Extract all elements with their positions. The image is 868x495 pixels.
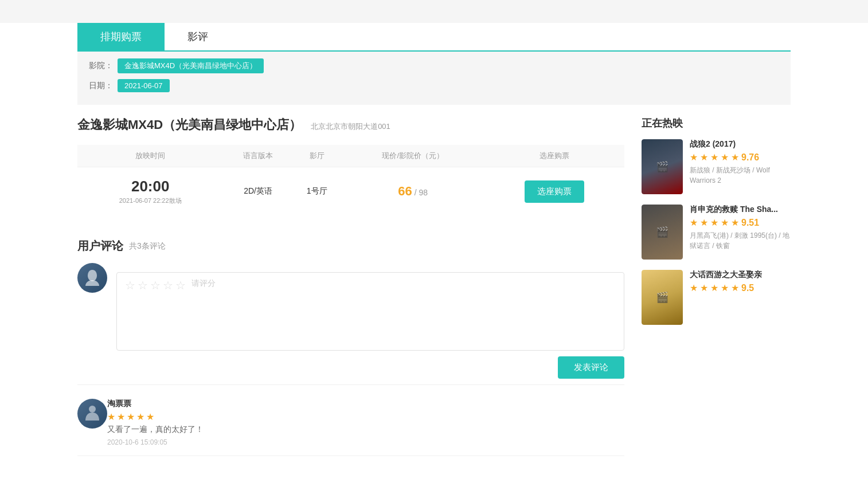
reviewer-avatar-0 xyxy=(77,399,107,429)
cinema-filter-label: 影院： xyxy=(89,61,118,71)
movie-name-0: 战狼2 (2017) xyxy=(690,139,791,150)
hot-movie-item-1: 🎬 肖申克的救赎 The Sha... ★ ★ ★ ★ ★ 9.51 月黑高飞(… xyxy=(642,205,791,260)
movie-poster-2: 🎬 xyxy=(642,270,683,325)
cinema-filter-row: 影院： 金逸影城MX4D（光美南昌绿地中心店） xyxy=(89,58,779,73)
right-section: 正在热映 🎬 战狼2 (2017) ★ ★ ★ ★ ★ 9. xyxy=(642,116,791,456)
hot-movies-title: 正在热映 xyxy=(642,116,791,130)
movie-stars-0: ★ ★ ★ ★ ★ 9.76 xyxy=(690,152,791,163)
cell-buy: 选座购票 xyxy=(485,167,624,216)
left-section: 金逸影城MX4D（光美南昌绿地中心店） 北京北京市朝阳大道001 放映时间 语言… xyxy=(77,116,624,456)
star-2[interactable]: ☆ xyxy=(138,278,148,292)
main-content: 金逸影城MX4D（光美南昌绿地中心店） 北京北京市朝阳大道001 放映时间 语言… xyxy=(77,116,791,456)
star-f-4: ★ xyxy=(136,411,144,422)
movie-aka-1: 月黑高飞(港) / 刺激 1995(台) / 地狱诺言 / 铁窗 xyxy=(690,230,791,251)
schedule-tbody: 20:00 2021-06-07 22:22散场 2D/英语 1号厅 66 / … xyxy=(77,167,624,216)
price-current: 66 xyxy=(398,184,412,198)
movie-score-2: 9.5 xyxy=(741,283,754,293)
hot-movie-item-2: 🎬 大话西游之大圣娶亲 ★ ★ ★ ★ ★ 9.5 xyxy=(642,270,791,325)
reviews-heading: 用户评论 xyxy=(77,238,123,254)
svg-point-0 xyxy=(89,406,96,412)
star-3[interactable]: ☆ xyxy=(150,278,161,292)
table-row: 20:00 2021-06-07 22:22散场 2D/英语 1号厅 66 / … xyxy=(77,167,624,216)
buy-seat-button[interactable]: 选座购票 xyxy=(525,180,584,203)
star-1[interactable]: ☆ xyxy=(125,278,135,292)
movie-score-1: 9.51 xyxy=(741,218,759,228)
schedule-table: 放映时间 语言版本 影厅 现价/影院价（元） 选座购票 20:00 2021-0… xyxy=(77,145,624,215)
poster-img-1: 🎬 xyxy=(642,205,683,260)
col-buy: 选座购票 xyxy=(485,145,624,167)
current-user-avatar xyxy=(77,263,107,293)
reviewer-icon-0 xyxy=(83,404,101,423)
star-f-3: ★ xyxy=(127,411,135,422)
reviewer-stars-0: ★ ★ ★ ★ ★ xyxy=(107,411,624,422)
movie-info-1: 肖申克的救赎 The Sha... ★ ★ ★ ★ ★ 9.51 月黑高飞(港)… xyxy=(690,205,791,251)
poster-img-0: 🎬 xyxy=(642,139,683,194)
cinema-filter-value[interactable]: 金逸影城MX4D（光美南昌绿地中心店） xyxy=(118,58,264,73)
reviews-title: 用户评论 共3条评论 xyxy=(77,238,624,254)
movie-poster-0: 🎬 xyxy=(642,139,683,194)
rating-placeholder: 请评分 xyxy=(191,278,216,292)
tabs-bar: 排期购票 影评 xyxy=(77,23,791,52)
reviews-count: 共3条评论 xyxy=(129,241,166,252)
cinema-name: 金逸影城MX4D（光美南昌绿地中心店） xyxy=(77,116,302,133)
movie-name-2: 大话西游之大圣娶亲 xyxy=(690,270,791,280)
date-filter-value[interactable]: 2021-06-07 xyxy=(118,79,170,92)
tab-review[interactable]: 影评 xyxy=(165,23,231,50)
review-item-0: 淘票票 ★ ★ ★ ★ ★ 又看了一遍，真的太好了！ 2020-10-6 15:… xyxy=(77,399,624,456)
date-filter-row: 日期： 2021-06-07 xyxy=(89,79,779,92)
movie-poster-1: 🎬 xyxy=(642,205,683,260)
hot-movie-item-0: 🎬 战狼2 (2017) ★ ★ ★ ★ ★ 9.76 新战狼 / 新战死沙场 … xyxy=(642,139,791,194)
movie-score-0: 9.76 xyxy=(741,152,759,163)
star-4[interactable]: ☆ xyxy=(163,278,173,292)
poster-img-2: 🎬 xyxy=(642,270,683,325)
reviewer-name-0: 淘票票 xyxy=(107,399,624,409)
cinema-header: 金逸影城MX4D（光美南昌绿地中心店） 北京北京市朝阳大道001 xyxy=(77,116,624,137)
review-input-wrapper: ☆ ☆ ☆ ☆ ☆ 请评分 xyxy=(77,263,624,351)
reviews-section: 用户评论 共3条评论 ☆ ☆ ☆ xyxy=(77,238,624,456)
tab-schedule[interactable]: 排期购票 xyxy=(77,23,165,50)
movie-info-0: 战狼2 (2017) ★ ★ ★ ★ ★ 9.76 新战狼 / 新战死沙场 / … xyxy=(690,139,791,186)
star-h-1: ★ xyxy=(146,411,154,422)
cell-price: 66 / 98 xyxy=(341,167,485,216)
movie-info-2: 大话西游之大圣娶亲 ★ ★ ★ ★ ★ 9.5 xyxy=(690,270,791,296)
col-hall: 影厅 xyxy=(293,145,341,167)
cell-hall: 1号厅 xyxy=(293,167,341,216)
schedule-thead: 放映时间 语言版本 影厅 现价/影院价（元） 选座购票 xyxy=(77,145,624,167)
cell-lang: 2D/英语 xyxy=(223,167,293,216)
price-original: 98 xyxy=(419,188,428,197)
review-input-area: ☆ ☆ ☆ ☆ ☆ 请评分 xyxy=(116,272,624,351)
star-rating-input[interactable]: ☆ ☆ ☆ ☆ ☆ 请评分 xyxy=(125,278,616,292)
star-f-2: ★ xyxy=(117,411,125,422)
cinema-address: 北京北京市朝阳大道001 xyxy=(311,121,390,132)
col-price: 现价/影院价（元） xyxy=(341,145,485,167)
movie-aka-0: 新战狼 / 新战死沙场 / Wolf Warriors 2 xyxy=(690,165,791,186)
review-text-0: 又看了一遍，真的太好了！ xyxy=(107,425,624,435)
star-f-1: ★ xyxy=(107,411,115,422)
review-content-0: 淘票票 ★ ★ ★ ★ ★ 又看了一遍，真的太好了！ 2020-10-6 15:… xyxy=(107,399,624,446)
review-time-0: 2020-10-6 15:09:05 xyxy=(107,438,624,446)
movie-stars-2: ★ ★ ★ ★ ★ 9.5 xyxy=(690,282,791,293)
filter-bar: 影院： 金逸影城MX4D（光美南昌绿地中心店） 日期： 2021-06-07 xyxy=(77,52,791,105)
reviews-divider xyxy=(77,384,624,385)
star-5[interactable]: ☆ xyxy=(175,278,186,292)
date-filter-label: 日期： xyxy=(89,81,118,91)
submit-review-button[interactable]: 发表评论 xyxy=(558,356,624,379)
col-lang: 语言版本 xyxy=(223,145,293,167)
showtime-main: 20:00 xyxy=(77,178,223,195)
movie-name-1: 肖申克的救赎 The Sha... xyxy=(690,205,791,215)
movie-stars-1: ★ ★ ★ ★ ★ 9.51 xyxy=(690,217,791,228)
schedule-header-row: 放映时间 语言版本 影厅 现价/影院价（元） 选座购票 xyxy=(77,145,624,167)
cell-time: 20:00 2021-06-07 22:22散场 xyxy=(77,167,223,216)
showtime-sub: 2021-06-07 22:22散场 xyxy=(77,197,223,205)
review-submit-row: 发表评论 xyxy=(77,356,624,379)
price-separator: / xyxy=(415,188,419,197)
user-icon xyxy=(83,269,101,287)
col-time: 放映时间 xyxy=(77,145,223,167)
review-textarea[interactable] xyxy=(125,297,616,343)
